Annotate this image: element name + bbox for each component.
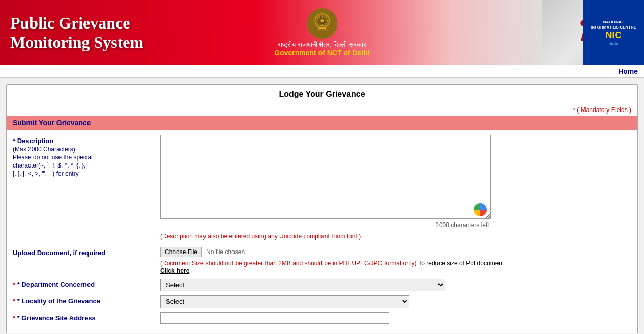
section-header: Submit Your Grievance — [7, 116, 637, 130]
site-field — [160, 312, 631, 324]
nic-badge: NATIONAL INFORMATICS CENTRE NIC nic.in — [583, 0, 644, 65]
choose-file-button[interactable]: Choose File — [160, 247, 202, 257]
upload-label: Upload Document, if required — [13, 247, 160, 257]
click-here-link[interactable]: Click here — [160, 267, 189, 274]
file-input-row: Choose File No file chosen — [160, 247, 631, 257]
emblem-icon: सत्यमेव — [307, 8, 337, 39]
site-label: * * Grievance Site Address — [13, 312, 160, 322]
header-center: सत्यमेव राष्ट्रीय राजधानी क्षेत्र, दिल्ल… — [274, 8, 369, 57]
header: Public Grievance Monitoring System स — [0, 0, 644, 65]
upload-note-row: (Document Size should not be greater tha… — [160, 259, 631, 274]
department-row: * * Department Concerned Select — [13, 279, 631, 291]
site-address-row: * * Grievance Site Address — [13, 312, 631, 324]
upload-field: Choose File No file chosen (Document Siz… — [160, 247, 631, 274]
site-title: Public Grievance Monitoring System — [0, 8, 154, 58]
upload-row: Upload Document, if required Choose File… — [13, 247, 631, 274]
unicode-hint-row: (Description may also be entered using a… — [13, 233, 631, 243]
dept-label: * * Department Concerned — [13, 279, 160, 288]
dept-field: Select — [160, 279, 631, 291]
site-address-input[interactable] — [160, 312, 389, 324]
description-field: 2000 characters left. — [160, 135, 631, 229]
unicode-hint: (Description may also be entered using a… — [160, 233, 361, 240]
mandatory-note: * ( Mandatory Fields ) — [7, 104, 637, 116]
hindi-tagline: राष्ट्रीय राजधानी क्षेत्र, दिल्ली सरकार — [274, 41, 369, 49]
department-select[interactable]: Select — [160, 279, 445, 291]
no-file-text: No file chosen — [206, 248, 245, 256]
header-right: ☎ NATIONAL INFORMATICS CENTRE NIC nic.in — [466, 0, 644, 65]
form-content: * Description (Max 2000 Characters) Plea… — [7, 130, 637, 333]
description-label: * Description (Max 2000 Characters) Plea… — [13, 135, 160, 177]
locality-select[interactable]: Select — [160, 295, 409, 308]
translate-icon[interactable] — [474, 203, 487, 216]
upload-note: (Document Size should not be greater tha… — [160, 260, 417, 267]
locality-field: Select — [160, 295, 631, 308]
form-title: Lodge Your Grievance — [7, 85, 637, 104]
textarea-wrapper — [160, 135, 491, 220]
char-count: 2000 characters left. — [160, 221, 491, 229]
locality-label: * * Locality of the Grievance — [13, 295, 160, 305]
form-box: Lodge Your Grievance * ( Mandatory Field… — [6, 84, 638, 333]
home-link[interactable]: Home — [618, 67, 638, 75]
svg-text:सत्यमेव: सत्यमेव — [319, 28, 325, 31]
main-container: Lodge Your Grievance * ( Mandatory Field… — [0, 78, 644, 334]
locality-row: * * Locality of the Grievance Select — [13, 295, 631, 308]
reduce-text: To reduce size of Pdf document — [418, 260, 504, 267]
nav-bar: Home — [0, 65, 644, 78]
svg-point-2 — [320, 19, 324, 22]
description-textarea[interactable] — [160, 135, 491, 219]
description-row: * Description (Max 2000 Characters) Plea… — [13, 135, 631, 229]
english-tagline: Government of NCT of Delhi — [274, 49, 369, 57]
